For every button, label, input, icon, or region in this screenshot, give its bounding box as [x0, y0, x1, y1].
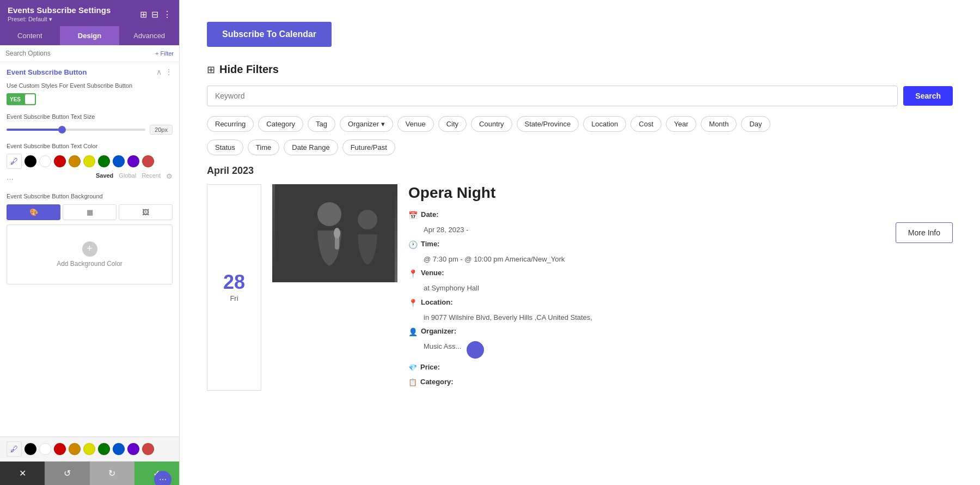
custom-styles-toggle[interactable]: YES	[7, 93, 36, 105]
filter-tag-country[interactable]: Country	[471, 116, 512, 132]
bottom-swatch-white[interactable]	[39, 443, 51, 455]
filter-tag-state[interactable]: State/Province	[517, 116, 579, 132]
bg-add-label: Add Background Color	[57, 260, 122, 268]
event-time-row: 🕐 Time:	[408, 239, 885, 251]
tab-advanced[interactable]: Advanced	[119, 26, 179, 45]
color-swatch-blue[interactable]	[113, 155, 125, 167]
color-eyedropper[interactable]: 🖋	[7, 154, 22, 169]
bottom-swatch-red[interactable]	[54, 443, 66, 455]
filter-tag-year[interactable]: Year	[666, 116, 696, 132]
event-date-box: 28 Fri	[207, 184, 261, 391]
bottom-swatch-orange[interactable]	[69, 443, 81, 455]
more-options-icon[interactable]: ⋮	[163, 9, 171, 20]
filter-tag-status[interactable]: Status	[207, 140, 243, 155]
bottom-swatch-pink[interactable]	[142, 443, 154, 455]
filter-tag-future-past[interactable]: Future/Past	[342, 140, 395, 155]
search-button[interactable]: Search	[903, 86, 953, 106]
category-label: Category:	[420, 377, 454, 387]
category-icon: 📋	[408, 377, 417, 388]
filter-tag-category[interactable]: Category	[258, 116, 303, 132]
color-swatch-pink[interactable]	[142, 155, 154, 167]
text-size-value[interactable]: 20px	[150, 125, 173, 135]
panel-content: Event Subscribe Button ∧ ⋮ Use Custom St…	[0, 62, 179, 436]
svg-point-3	[334, 228, 340, 239]
filter-tag-cost[interactable]: Cost	[630, 116, 661, 132]
floating-dot[interactable]: ⋯	[154, 471, 171, 485]
bottom-swatch-purple[interactable]	[127, 443, 139, 455]
bottom-eyedropper[interactable]: 🖋	[7, 441, 22, 457]
funnel-icon: ⊞	[207, 64, 215, 76]
cancel-button[interactable]: ✕	[0, 462, 45, 485]
filter-tag-organizer[interactable]: Organizer ▾	[340, 116, 393, 132]
bottom-swatch-blue[interactable]	[113, 443, 125, 455]
color-swatch-orange[interactable]	[69, 155, 81, 167]
filter-tag-location[interactable]: Location	[583, 116, 626, 132]
event-name: Opera Night	[408, 184, 885, 202]
filter-tag-time[interactable]: Time	[248, 140, 279, 155]
event-category-row: 📋 Category:	[408, 377, 885, 388]
bg-tab-image[interactable]: 🖼	[119, 204, 173, 220]
color-settings-icon[interactable]: ⚙	[166, 172, 173, 180]
slider-thumb[interactable]	[58, 126, 66, 134]
color-swatch-white[interactable]	[39, 155, 51, 167]
event-time-value-row: @ 7:30 pm - @ 10:00 pm America/New_York	[408, 254, 885, 265]
filter-tag-venue[interactable]: Venue	[397, 116, 434, 132]
event-venue-row: 📍 Venue:	[408, 268, 885, 280]
bg-tab-color[interactable]: 🎨	[7, 204, 60, 220]
event-location-row: 📍 Location:	[408, 297, 885, 309]
text-size-slider-track[interactable]	[7, 129, 145, 131]
bottom-swatch-green[interactable]	[98, 443, 110, 455]
color-swatch-green[interactable]	[98, 155, 110, 167]
bg-tab-gradient[interactable]: ▦	[63, 204, 117, 220]
bottom-swatch-black[interactable]	[24, 443, 36, 455]
color-swatch-purple[interactable]	[127, 155, 139, 167]
color-swatch-black[interactable]	[24, 155, 36, 167]
filter-tag-recurring[interactable]: Recurring	[207, 116, 254, 132]
event-card-inner: Opera Night 📅 Date: Apr 28, 2023 - 🕐 Tim…	[408, 184, 953, 391]
event-location-value-row: in 9077 Wilshire Blvd, Beverly Hills ,CA…	[408, 312, 885, 323]
more-colors-icon[interactable]: ⋯	[7, 175, 14, 183]
bottom-swatch-yellow[interactable]	[83, 443, 95, 455]
undo-button[interactable]: ↺	[45, 462, 89, 485]
panel-preset[interactable]: Preset: Default ▾	[8, 16, 111, 23]
slider-fill	[7, 129, 62, 131]
filter-tags-row2: Status Time Date Range Future/Past	[207, 140, 953, 155]
color-tab-global[interactable]: Global	[119, 172, 136, 180]
keyword-input[interactable]	[207, 86, 898, 106]
tab-content[interactable]: Content	[0, 26, 60, 45]
subscribe-to-calendar-button[interactable]: Subscribe To Calendar	[207, 22, 332, 47]
event-card: 28 Fri	[207, 184, 953, 391]
text-color-label: Event Subscribe Button Text Color	[7, 142, 173, 150]
collapse-icon[interactable]: ∧	[156, 68, 162, 76]
event-venue-value-row: at Symphony Hall	[408, 283, 885, 294]
search-options-input[interactable]	[5, 50, 152, 57]
section-more-icon[interactable]: ⋮	[165, 68, 173, 76]
filter-button[interactable]: + Filter	[155, 50, 174, 57]
toggle-row: YES	[7, 93, 173, 105]
bg-color-area[interactable]: + Add Background Color	[7, 225, 173, 284]
event-image-placeholder	[272, 184, 397, 282]
filter-tag-month[interactable]: Month	[701, 116, 737, 132]
organizer-icon: 👤	[408, 326, 418, 338]
color-tab-saved[interactable]: Saved	[96, 172, 113, 180]
filter-tag-tag[interactable]: Tag	[308, 116, 335, 132]
color-swatch-red[interactable]	[54, 155, 66, 167]
hide-filters-label[interactable]: Hide Filters	[219, 63, 279, 76]
filter-tag-day[interactable]: Day	[741, 116, 770, 132]
filter-tag-city[interactable]: City	[438, 116, 467, 132]
expand-icon[interactable]: ⊞	[140, 9, 147, 20]
more-info-button[interactable]: More Info	[896, 222, 953, 243]
panel-header-icons: ⊞ ⊟ ⋮	[140, 9, 171, 20]
bottom-action-bar: ✕ ↺ ↻ ✓	[0, 461, 179, 485]
svg-point-4	[358, 210, 377, 229]
time-value: @ 7:30 pm - @ 10:00 pm America/New_York	[424, 254, 565, 265]
price-icon: 💎	[408, 362, 417, 373]
event-image	[272, 184, 397, 282]
tab-design[interactable]: Design	[60, 26, 120, 45]
filter-tag-date-range[interactable]: Date Range	[284, 140, 338, 155]
redo-button[interactable]: ↻	[90, 462, 134, 485]
layout-icon[interactable]: ⊟	[151, 9, 158, 20]
color-swatch-yellow[interactable]	[83, 155, 95, 167]
event-price-row: 💎 Price:	[408, 362, 885, 373]
color-tab-recent[interactable]: Recent	[142, 172, 161, 180]
